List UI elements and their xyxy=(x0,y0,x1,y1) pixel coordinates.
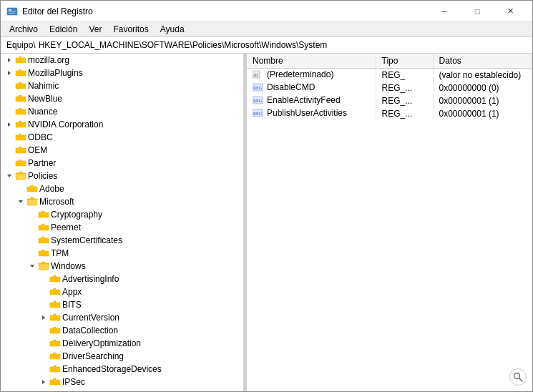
tree-expander-odbc[interactable] xyxy=(4,132,15,143)
search-button[interactable] xyxy=(509,368,527,386)
search-icon xyxy=(513,372,523,382)
tree-expander-nahimic[interactable] xyxy=(4,80,15,92)
tree-item-mozilla[interactable]: mozilla.org xyxy=(1,54,243,67)
svg-text:ab: ab xyxy=(253,72,258,78)
tree-expander-oem[interactable] xyxy=(4,144,15,156)
menu-ver[interactable]: Ver xyxy=(83,23,107,36)
folder-icon-nvidia xyxy=(15,119,26,130)
tree-item-cryptography[interactable]: Cryptography xyxy=(1,208,243,221)
tree-expander-nvidia[interactable] xyxy=(4,119,15,130)
tree-item-odbc[interactable]: ODBC xyxy=(1,131,243,144)
col-tipo[interactable]: Tipo xyxy=(376,54,433,68)
tree-expander-microsoft[interactable] xyxy=(15,196,26,207)
tree-item-nvidia[interactable]: NVIDIA Corporation xyxy=(1,118,243,131)
right-panel[interactable]: Nombre Tipo Datos ab (Predeterminado)REG… xyxy=(247,54,532,391)
cell-data: 0x00000000 (0) xyxy=(433,82,532,94)
menu-ayuda[interactable]: Ayuda xyxy=(155,23,190,36)
menu-edicion[interactable]: Edición xyxy=(44,23,83,36)
tree-expander-mozilla[interactable] xyxy=(4,54,15,66)
tree-item-mozillaplugins[interactable]: MozillaPlugins xyxy=(1,67,243,79)
tree-expander-enhancedstoragedevices[interactable] xyxy=(38,363,49,375)
folder-icon-driversearching xyxy=(49,351,61,362)
tree-label-nuance: Nuance xyxy=(28,105,57,118)
folder-icon-bits xyxy=(49,299,61,310)
window-frame: Editor del Registro ─ □ ✕ Archivo Edició… xyxy=(0,0,533,392)
tree-expander-networkconnections[interactable] xyxy=(38,389,49,391)
svg-text:REG: REG xyxy=(253,99,263,103)
tree-expander-systemcertificates[interactable] xyxy=(26,235,38,246)
tree-expander-partner[interactable] xyxy=(4,157,15,169)
tree-expander-appx[interactable] xyxy=(38,286,49,298)
tree-expander-nuance[interactable] xyxy=(4,106,15,117)
tree-label-ipsec: IPSec xyxy=(62,376,85,388)
cell-type: REG_ xyxy=(376,68,433,82)
tree-item-newblue[interactable]: NewBlue xyxy=(1,92,243,105)
tree-item-nahimic[interactable]: Nahimic xyxy=(1,79,243,92)
close-button[interactable]: ✕ xyxy=(494,1,527,22)
tree-item-policies[interactable]: Policies xyxy=(1,170,243,182)
tree-expander-deliveryoptimization[interactable] xyxy=(38,338,49,349)
col-datos[interactable]: Datos xyxy=(433,54,532,68)
tree-item-ipsec[interactable]: IPSec xyxy=(1,376,243,388)
tree-expander-mozillaplugins[interactable] xyxy=(4,67,15,79)
tree-expander-driversearching[interactable] xyxy=(38,351,49,362)
tree-expander-peernet[interactable] xyxy=(26,222,38,233)
folder-icon-adobe xyxy=(26,183,38,195)
tree-item-driversearching[interactable]: DriverSearching xyxy=(1,350,243,363)
tree-expander-ipsec[interactable] xyxy=(38,376,49,388)
folder-icon-cryptography xyxy=(38,209,49,220)
tree-item-partner[interactable]: Partner xyxy=(1,157,243,170)
table-row[interactable]: REG EnableActivityFeedREG_...0x00000001 … xyxy=(247,94,532,107)
tree-expander-newblue[interactable] xyxy=(4,93,15,104)
tree-item-bits[interactable]: BITS xyxy=(1,298,243,311)
tree-item-peernet[interactable]: Peernet xyxy=(1,221,243,234)
table-row[interactable]: REG PublishUserActivitiesREG_...0x000000… xyxy=(247,107,532,120)
tree-expander-windows[interactable] xyxy=(26,260,38,272)
tree-item-tpm[interactable]: TPM xyxy=(1,247,243,260)
minimize-button[interactable]: ─ xyxy=(428,1,461,22)
tree-expander-policies[interactable] xyxy=(4,170,15,182)
tree-item-appx[interactable]: Appx xyxy=(1,285,243,298)
tree-label-deliveryoptimization: DeliveryOptimization xyxy=(62,337,141,350)
tree-item-systemcertificates[interactable]: SystemCertificates xyxy=(1,234,243,247)
title-bar-controls: ─ □ ✕ xyxy=(428,1,527,22)
tree-item-networkconnections[interactable]: Network Connections xyxy=(1,388,243,391)
cell-type: REG_... xyxy=(376,107,433,120)
tree-expander-datacollection[interactable] xyxy=(38,325,49,336)
folder-icon-currentversion xyxy=(49,312,61,323)
tree-item-advertisinginfo[interactable]: AdvertisingInfo xyxy=(1,273,243,285)
default-value-icon: ab xyxy=(253,70,264,79)
folder-icon-appx xyxy=(49,286,61,298)
svg-marker-6 xyxy=(8,122,11,127)
tree-expander-tpm[interactable] xyxy=(26,248,38,259)
tree-expander-adobe[interactable] xyxy=(15,183,26,195)
svg-marker-9 xyxy=(30,265,34,268)
registry-table: Nombre Tipo Datos ab (Predeterminado)REG… xyxy=(247,54,532,120)
tree-expander-advertisinginfo[interactable] xyxy=(38,273,49,285)
tree-label-advertisinginfo: AdvertisingInfo xyxy=(62,273,119,285)
tree-item-currentversion[interactable]: CurrentVersion xyxy=(1,311,243,324)
tree-item-microsoft[interactable]: Microsoft xyxy=(1,195,243,208)
tree-item-nuance[interactable]: Nuance xyxy=(1,105,243,118)
tree-expander-cryptography[interactable] xyxy=(26,209,38,220)
tree-item-windows[interactable]: Windows xyxy=(1,260,243,273)
table-row[interactable]: REG DisableCMDREG_...0x00000000 (0) xyxy=(247,82,532,94)
folder-icon-peernet xyxy=(38,222,49,233)
col-nombre[interactable]: Nombre xyxy=(247,54,376,68)
tree-panel[interactable]: mozilla.org MozillaPlugins Nahimic NewBl… xyxy=(1,54,244,391)
tree-item-deliveryoptimization[interactable]: DeliveryOptimization xyxy=(1,337,243,350)
tree-expander-bits[interactable] xyxy=(38,299,49,310)
tree-item-enhancedstoragedevices[interactable]: EnhancedStorageDevices xyxy=(1,363,243,376)
tree-expander-currentversion[interactable] xyxy=(38,312,49,323)
maximize-button[interactable]: □ xyxy=(461,1,494,22)
folder-icon-tpm xyxy=(38,248,49,259)
tree-item-oem[interactable]: OEM xyxy=(1,144,243,157)
table-row[interactable]: ab (Predeterminado)REG_(valor no estable… xyxy=(247,68,532,82)
menu-favoritos[interactable]: Favoritos xyxy=(107,23,154,36)
tree-label-nvidia: NVIDIA Corporation xyxy=(28,118,103,131)
menu-archivo[interactable]: Archivo xyxy=(4,23,44,36)
tree-item-datacollection[interactable]: DataCollection xyxy=(1,324,243,337)
svg-marker-4 xyxy=(8,58,11,62)
folder-icon-oem xyxy=(15,144,26,156)
tree-item-adobe[interactable]: Adobe xyxy=(1,182,243,195)
